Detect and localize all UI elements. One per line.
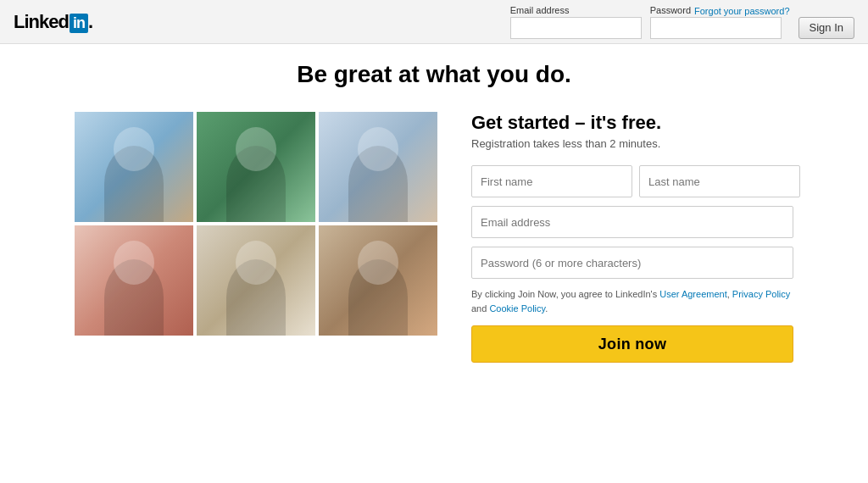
last-name-input[interactable] [639, 165, 800, 197]
email-label: Email address [510, 5, 642, 15]
privacy-policy-link[interactable]: Privacy Policy [732, 289, 790, 299]
logo: Linkedin. [14, 11, 92, 33]
forgot-password-link[interactable]: Forgot your password? [694, 6, 790, 16]
logo-in: in [70, 14, 88, 33]
photo-4 [75, 225, 193, 336]
join-now-button[interactable]: Join now [471, 325, 793, 363]
terms-text: By clicking Join Now, you agree to Linke… [471, 287, 793, 315]
photo-5 [197, 225, 315, 336]
headline: Be great at what you do. [41, 61, 827, 88]
header: Linkedin. Email address Password Forgot … [0, 0, 868, 44]
cookie-policy-link[interactable]: Cookie Policy [489, 303, 545, 314]
sign-in-button[interactable]: Sign In [798, 17, 854, 39]
photo-6 [319, 225, 437, 336]
email-field-group: Email address [510, 5, 642, 39]
reg-title: Get started – it's free. [471, 112, 793, 134]
password-field-group: Password Forgot your password? [650, 5, 790, 39]
registration-panel: Get started – it's free. Registration ta… [471, 112, 793, 363]
reg-email-input[interactable] [471, 206, 793, 238]
logo-text: Linkedin. [14, 11, 92, 33]
photo-1 [75, 112, 193, 222]
logo-dot: . [88, 11, 92, 32]
password-label-row: Password Forgot your password? [650, 5, 790, 17]
header-right: Email address Password Forgot your passw… [510, 5, 854, 39]
photo-2 [197, 112, 315, 222]
password-label: Password [650, 5, 691, 15]
photo-3 [319, 112, 437, 222]
photo-grid [75, 112, 437, 336]
terms-text-1: By clicking Join Now, you agree to Linke… [471, 289, 659, 299]
content-row: Get started – it's free. Registration ta… [41, 112, 827, 363]
first-name-input[interactable] [471, 165, 632, 197]
main-content: Be great at what you do. Get started – i… [27, 44, 841, 388]
header-email-input[interactable] [510, 17, 642, 39]
user-agreement-link[interactable]: User Agreement [659, 289, 726, 299]
reg-password-input[interactable] [471, 247, 793, 279]
reg-subtitle: Registration takes less than 2 minutes. [471, 137, 793, 150]
terms-text-3: and [471, 303, 489, 314]
name-row [471, 165, 793, 197]
logo-linked: Linked [14, 11, 69, 32]
header-password-input[interactable] [650, 17, 782, 39]
terms-text-4: . [545, 303, 548, 314]
